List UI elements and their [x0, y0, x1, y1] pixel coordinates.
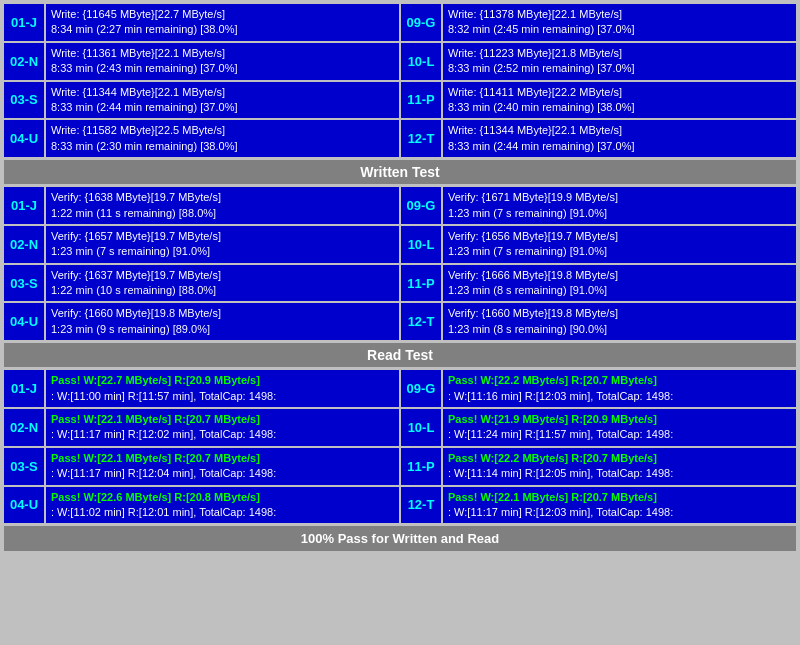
- drive-body: Pass! W:[22.1 MByte/s] R:[20.7 MByte/s]:…: [46, 409, 399, 446]
- drive-id: 09-G: [401, 187, 443, 224]
- pass-detail: : W:[11:02 min] R:[12:01 min], TotalCap:…: [51, 505, 394, 520]
- pass-label: Pass! W:[22.2 MByte/s] R:[20.7 MByte/s]: [448, 451, 791, 466]
- pass-label: Pass! W:[22.2 MByte/s] R:[20.7 MByte/s]: [448, 373, 791, 388]
- drive-entry: 09-GPass! W:[22.2 MByte/s] R:[20.7 MByte…: [401, 370, 796, 407]
- drive-id: 11-P: [401, 265, 443, 302]
- stat-line1: Write: {11645 MByte}[22.7 MByte/s]: [51, 7, 394, 22]
- drive-body: Write: {11378 MByte}[22.1 MByte/s]8:32 m…: [443, 4, 796, 41]
- drive-id: 01-J: [4, 187, 46, 224]
- drive-body: Verify: {1656 MByte}[19.7 MByte/s]1:23 m…: [443, 226, 796, 263]
- stat-line1: Verify: {1656 MByte}[19.7 MByte/s]: [448, 229, 791, 244]
- stat-line1: Verify: {1660 MByte}[19.8 MByte/s]: [51, 306, 394, 321]
- drive-entry: 10-LWrite: {11223 MByte}[21.8 MByte/s]8:…: [401, 43, 796, 80]
- stat-line1: Write: {11361 MByte}[22.1 MByte/s]: [51, 46, 394, 61]
- drive-id: 04-U: [4, 487, 46, 524]
- drive-id: 01-J: [4, 370, 46, 407]
- stat-line1: Verify: {1637 MByte}[19.7 MByte/s]: [51, 268, 394, 283]
- drive-entry: 04-UWrite: {11582 MByte}[22.5 MByte/s]8:…: [4, 120, 399, 157]
- drive-id: 02-N: [4, 409, 46, 446]
- drive-entry: 12-TPass! W:[22.1 MByte/s] R:[20.7 MByte…: [401, 487, 796, 524]
- drive-entry: 02-NWrite: {11361 MByte}[22.1 MByte/s]8:…: [4, 43, 399, 80]
- drive-id: 04-U: [4, 303, 46, 340]
- drive-id: 11-P: [401, 448, 443, 485]
- drive-entry: 09-GVerify: {1671 MByte}[19.9 MByte/s]1:…: [401, 187, 796, 224]
- stat-line1: Verify: {1671 MByte}[19.9 MByte/s]: [448, 190, 791, 205]
- pass-detail: : W:[11:00 min] R:[11:57 min], TotalCap:…: [51, 389, 394, 404]
- drive-entry: 01-JPass! W:[22.7 MByte/s] R:[20.9 MByte…: [4, 370, 399, 407]
- drive-body: Write: {11411 MByte}[22.2 MByte/s]8:33 m…: [443, 82, 796, 119]
- bottom-bar: 100% Pass for Written and Read: [4, 526, 796, 551]
- verify-section: 01-JVerify: {1638 MByte}[19.7 MByte/s]1:…: [4, 187, 796, 340]
- drive-id: 10-L: [401, 43, 443, 80]
- stat-line2: 8:33 min (2:44 min remaining) [37.0%]: [51, 100, 394, 115]
- stat-line1: Verify: {1638 MByte}[19.7 MByte/s]: [51, 190, 394, 205]
- pass-label: Pass! W:[22.7 MByte/s] R:[20.9 MByte/s]: [51, 373, 394, 388]
- stat-line2: 1:23 min (9 s remaining) [89.0%]: [51, 322, 394, 337]
- drive-body: Verify: {1660 MByte}[19.8 MByte/s]1:23 m…: [46, 303, 399, 340]
- drive-entry: 12-TWrite: {11344 MByte}[22.1 MByte/s]8:…: [401, 120, 796, 157]
- read-section: 01-JPass! W:[22.7 MByte/s] R:[20.9 MByte…: [4, 370, 796, 523]
- drive-body: Verify: {1638 MByte}[19.7 MByte/s]1:22 m…: [46, 187, 399, 224]
- stat-line1: Write: {11223 MByte}[21.8 MByte/s]: [448, 46, 791, 61]
- drive-id: 02-N: [4, 43, 46, 80]
- drive-body: Pass! W:[22.2 MByte/s] R:[20.7 MByte/s]:…: [443, 448, 796, 485]
- drive-body: Write: {11361 MByte}[22.1 MByte/s]8:33 m…: [46, 43, 399, 80]
- stat-line1: Verify: {1657 MByte}[19.7 MByte/s]: [51, 229, 394, 244]
- pass-detail: : W:[11:16 min] R:[12:03 min], TotalCap:…: [448, 389, 791, 404]
- stat-line2: 1:23 min (8 s remaining) [90.0%]: [448, 322, 791, 337]
- drive-body: Write: {11582 MByte}[22.5 MByte/s]8:33 m…: [46, 120, 399, 157]
- stat-line1: Verify: {1666 MByte}[19.8 MByte/s]: [448, 268, 791, 283]
- stat-line2: 8:33 min (2:43 min remaining) [37.0%]: [51, 61, 394, 76]
- stat-line2: 8:33 min (2:52 min remaining) [37.0%]: [448, 61, 791, 76]
- row-pair: 03-SVerify: {1637 MByte}[19.7 MByte/s]1:…: [4, 265, 796, 302]
- drive-body: Verify: {1657 MByte}[19.7 MByte/s]1:23 m…: [46, 226, 399, 263]
- drive-id: 12-T: [401, 487, 443, 524]
- stat-line2: 1:22 min (11 s remaining) [88.0%]: [51, 206, 394, 221]
- drive-id: 09-G: [401, 4, 443, 41]
- drive-entry: 10-LVerify: {1656 MByte}[19.7 MByte/s]1:…: [401, 226, 796, 263]
- drive-id: 03-S: [4, 82, 46, 119]
- pass-detail: : W:[11:17 min] R:[12:02 min], TotalCap:…: [51, 427, 394, 442]
- drive-body: Write: {11344 MByte}[22.1 MByte/s]8:33 m…: [46, 82, 399, 119]
- drive-body: Pass! W:[22.6 MByte/s] R:[20.8 MByte/s]:…: [46, 487, 399, 524]
- drive-id: 03-S: [4, 265, 46, 302]
- stat-line2: 8:32 min (2:45 min remaining) [37.0%]: [448, 22, 791, 37]
- drive-entry: 10-LPass! W:[21.9 MByte/s] R:[20.9 MByte…: [401, 409, 796, 446]
- written-test-label: Written Test: [4, 160, 796, 184]
- row-pair: 02-NVerify: {1657 MByte}[19.7 MByte/s]1:…: [4, 226, 796, 263]
- drive-body: Pass! W:[22.1 MByte/s] R:[20.7 MByte/s]:…: [443, 487, 796, 524]
- drive-entry: 04-UVerify: {1660 MByte}[19.8 MByte/s]1:…: [4, 303, 399, 340]
- drive-body: Write: {11645 MByte}[22.7 MByte/s]8:34 m…: [46, 4, 399, 41]
- pass-detail: : W:[11:17 min] R:[12:04 min], TotalCap:…: [51, 466, 394, 481]
- drive-body: Write: {11223 MByte}[21.8 MByte/s]8:33 m…: [443, 43, 796, 80]
- row-pair: 03-SWrite: {11344 MByte}[22.1 MByte/s]8:…: [4, 82, 796, 119]
- row-pair: 04-UVerify: {1660 MByte}[19.8 MByte/s]1:…: [4, 303, 796, 340]
- drive-body: Verify: {1666 MByte}[19.8 MByte/s]1:23 m…: [443, 265, 796, 302]
- drive-body: Write: {11344 MByte}[22.1 MByte/s]8:33 m…: [443, 120, 796, 157]
- stat-line1: Write: {11378 MByte}[22.1 MByte/s]: [448, 7, 791, 22]
- drive-entry: 01-JVerify: {1638 MByte}[19.7 MByte/s]1:…: [4, 187, 399, 224]
- pass-label: Pass! W:[22.6 MByte/s] R:[20.8 MByte/s]: [51, 490, 394, 505]
- drive-body: Pass! W:[21.9 MByte/s] R:[20.9 MByte/s]:…: [443, 409, 796, 446]
- stat-line2: 1:23 min (7 s remaining) [91.0%]: [51, 244, 394, 259]
- stat-line2: 8:34 min (2:27 min remaining) [38.0%]: [51, 22, 394, 37]
- read-test-label: Read Test: [4, 343, 796, 367]
- drive-body: Pass! W:[22.2 MByte/s] R:[20.7 MByte/s]:…: [443, 370, 796, 407]
- drive-entry: 03-SVerify: {1637 MByte}[19.7 MByte/s]1:…: [4, 265, 399, 302]
- stat-line1: Write: {11411 MByte}[22.2 MByte/s]: [448, 85, 791, 100]
- pass-detail: : W:[11:17 min] R:[12:03 min], TotalCap:…: [448, 505, 791, 520]
- row-pair: 03-SPass! W:[22.1 MByte/s] R:[20.7 MByte…: [4, 448, 796, 485]
- pass-label: Pass! W:[22.1 MByte/s] R:[20.7 MByte/s]: [51, 451, 394, 466]
- drive-body: Verify: {1637 MByte}[19.7 MByte/s]1:22 m…: [46, 265, 399, 302]
- drive-entry: 02-NPass! W:[22.1 MByte/s] R:[20.7 MByte…: [4, 409, 399, 446]
- drive-body: Pass! W:[22.7 MByte/s] R:[20.9 MByte/s]:…: [46, 370, 399, 407]
- row-pair: 04-UWrite: {11582 MByte}[22.5 MByte/s]8:…: [4, 120, 796, 157]
- stat-line2: 1:23 min (8 s remaining) [91.0%]: [448, 283, 791, 298]
- stat-line2: 8:33 min (2:44 min remaining) [37.0%]: [448, 139, 791, 154]
- drive-id: 04-U: [4, 120, 46, 157]
- drive-body: Verify: {1671 MByte}[19.9 MByte/s]1:23 m…: [443, 187, 796, 224]
- drive-entry: 11-PPass! W:[22.2 MByte/s] R:[20.7 MByte…: [401, 448, 796, 485]
- drive-body: Verify: {1660 MByte}[19.8 MByte/s]1:23 m…: [443, 303, 796, 340]
- pass-detail: : W:[11:24 min] R:[11:57 min], TotalCap:…: [448, 427, 791, 442]
- drive-id: 02-N: [4, 226, 46, 263]
